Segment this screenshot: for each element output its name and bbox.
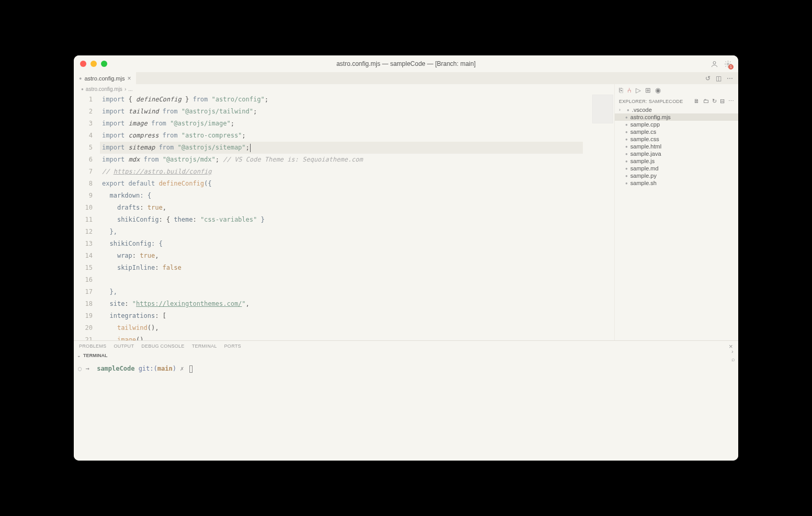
file-item[interactable]: ●astro.config.mjs <box>615 113 738 121</box>
file-list: ›●.vscode●astro.config.mjs●sample.cpp●sa… <box>615 106 738 340</box>
code-line[interactable]: export default defineConfig({ <box>100 178 583 190</box>
close-tab-icon[interactable]: × <box>127 75 131 82</box>
chevron-down-icon: ⌄ <box>77 353 81 358</box>
remote-icon[interactable]: ◉ <box>655 86 661 94</box>
split-editor-icon[interactable]: ◫ <box>716 75 721 82</box>
term-git-pre: git:( <box>139 365 157 372</box>
code-line[interactable]: image(), <box>100 334 583 340</box>
file-item[interactable]: ●sample.sh <box>615 179 738 187</box>
breadcrumb-sep: › <box>125 86 126 92</box>
term-git-post: ) <box>173 365 176 372</box>
new-folder-icon[interactable]: 🗀 <box>703 98 709 105</box>
code-line[interactable]: import sitemap from "@astrojs/sitemap"; <box>100 142 583 154</box>
explorer-title: EXPLORER: SAMPLECODE <box>619 99 683 104</box>
new-file-icon[interactable]: 🗎 <box>694 98 700 105</box>
code-line[interactable]: integrations: [ <box>100 310 583 322</box>
breadcrumb-icon: ● <box>81 87 84 91</box>
term-dirty: ✗ <box>180 365 184 372</box>
breadcrumb-file: astro.config.mjs <box>86 86 122 92</box>
settings-badge: 1 <box>728 64 734 70</box>
more-actions-icon[interactable]: ⋯ <box>727 75 733 82</box>
panel-tab-debug-console[interactable]: DEBUG CONSOLE <box>141 343 184 349</box>
timeline-icon[interactable]: ↺ <box>705 75 710 82</box>
folder-item[interactable]: ›●.vscode <box>615 106 738 113</box>
code-line[interactable]: skipInline: false <box>100 262 583 274</box>
svg-point-0 <box>713 61 716 64</box>
code-line[interactable]: drafts: true, <box>100 202 583 214</box>
code-line[interactable]: tailwind(), <box>100 322 583 334</box>
maximize-panel-icon[interactable]: › <box>731 348 735 354</box>
term-circle: ○ <box>78 365 82 372</box>
extensions-icon[interactable]: ⊞ <box>645 86 651 94</box>
search-panel-icon[interactable]: ⌕ <box>731 356 735 362</box>
window-title: astro.config.mjs — sampleCode — [Branch:… <box>74 60 738 67</box>
tab-label: astro.config.mjs <box>84 75 125 82</box>
code-line[interactable]: import mdx from "@astrojs/mdx"; // VS Co… <box>100 154 583 166</box>
minimap[interactable] <box>583 94 614 340</box>
source-control-icon[interactable]: ⑃ <box>627 86 631 94</box>
code-line[interactable]: wrap: true, <box>100 250 583 262</box>
code-line[interactable]: site: "https://lexingtonthemes.com/", <box>100 298 583 310</box>
term-arrow: → <box>85 365 89 372</box>
explorer-sidebar: ⎘ ⑃ ▷ ⊞ ◉ EXPLORER: SAMPLECODE 🗎 🗀 ↻ ⊟ ⋯… <box>614 84 738 340</box>
term-branch: main <box>157 365 173 372</box>
activity-bar: ⎘ ⑃ ▷ ⊞ ◉ <box>615 84 738 96</box>
file-item[interactable]: ●sample.cpp <box>615 121 738 128</box>
code-line[interactable]: import { defineConfig } from "astro/conf… <box>100 94 583 106</box>
bottom-panel: PROBLEMSOUTPUTDEBUG CONSOLETERMINALPORTS… <box>74 340 738 461</box>
panel-tabs: PROBLEMSOUTPUTDEBUG CONSOLETERMINALPORTS… <box>74 341 738 351</box>
code-line[interactable]: import image from "@astrojs/image"; <box>100 118 583 130</box>
file-item[interactable]: ●sample.md <box>615 165 738 172</box>
terminal-cursor <box>189 365 193 373</box>
vscode-window: astro.config.mjs — sampleCode — [Branch:… <box>74 55 738 461</box>
breadcrumb-more: ... <box>128 86 132 92</box>
refresh-icon[interactable]: ↻ <box>712 98 717 105</box>
term-path: sampleCode <box>97 365 134 372</box>
run-debug-icon[interactable]: ▷ <box>636 86 641 94</box>
code-line[interactable]: }, <box>100 286 583 298</box>
file-item[interactable]: ●sample.cs <box>615 128 738 135</box>
code-editor[interactable]: 123456789101112131415161718192021 import… <box>74 94 614 340</box>
settings-gear-icon[interactable]: 1 <box>724 60 732 68</box>
code-line[interactable]: import compress from "astro-compress"; <box>100 130 583 142</box>
panel-subheader[interactable]: ⌄ TERMINAL › ⌕ <box>74 351 738 360</box>
modified-icon: ● <box>79 76 82 81</box>
editor-tabbar: ● astro.config.mjs × ↺ ◫ ⋯ <box>74 72 738 84</box>
code-line[interactable]: // https://astro.build/config <box>100 166 583 178</box>
file-item[interactable]: ●sample.html <box>615 143 738 150</box>
code-line[interactable]: markdown: { <box>100 190 583 202</box>
code-line[interactable]: import tailwind from "@astrojs/tailwind"… <box>100 106 583 118</box>
file-item[interactable]: ●sample.css <box>615 135 738 143</box>
svg-point-1 <box>727 63 729 65</box>
panel-sub-label: TERMINAL <box>83 353 108 358</box>
code-line[interactable]: shikiConfig: { theme: "css-variables" } <box>100 214 583 226</box>
titlebar: astro.config.mjs — sampleCode — [Branch:… <box>74 55 738 72</box>
line-gutter: 123456789101112131415161718192021 <box>74 94 100 340</box>
explorer-more-icon[interactable]: ⋯ <box>728 98 734 105</box>
tab-astro-config[interactable]: ● astro.config.mjs × <box>74 72 136 84</box>
explorer-header: EXPLORER: SAMPLECODE 🗎 🗀 ↻ ⊟ ⋯ <box>615 96 738 106</box>
panel-tab-problems[interactable]: PROBLEMS <box>79 343 106 349</box>
account-icon[interactable] <box>710 60 718 68</box>
explorer-icon[interactable]: ⎘ <box>619 86 623 94</box>
panel-tab-terminal[interactable]: TERMINAL <box>192 343 217 349</box>
file-item[interactable]: ●sample.js <box>615 157 738 165</box>
collapse-icon[interactable]: ⊟ <box>720 98 725 105</box>
code-line[interactable]: }, <box>100 226 583 238</box>
file-item[interactable]: ●sample.py <box>615 172 738 179</box>
breadcrumb[interactable]: ● astro.config.mjs › ... <box>74 84 614 94</box>
code-line[interactable] <box>100 274 583 286</box>
code-line[interactable]: shikiConfig: { <box>100 238 583 250</box>
panel-tab-output[interactable]: OUTPUT <box>114 343 134 349</box>
panel-tab-ports[interactable]: PORTS <box>224 343 241 349</box>
file-item[interactable]: ●sample.java <box>615 150 738 157</box>
terminal[interactable]: ○ → sampleCode git:(main) ✗ <box>74 360 738 461</box>
code-content[interactable]: import { defineConfig } from "astro/conf… <box>100 94 583 340</box>
